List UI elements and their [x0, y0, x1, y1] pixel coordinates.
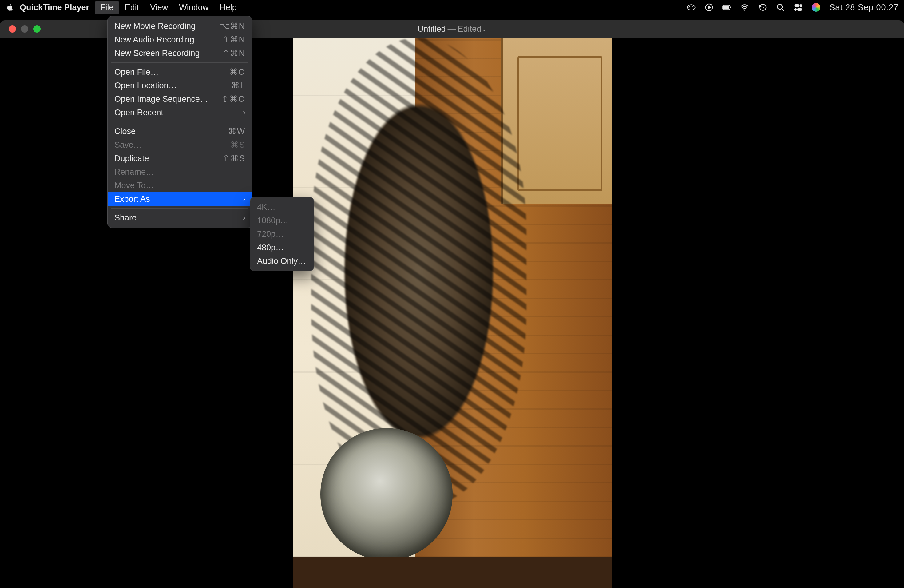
menu-item-shortcut: ⌘L [231, 81, 245, 90]
svg-point-11 [800, 4, 803, 7]
chevron-right-icon: › [243, 108, 245, 117]
file-menu-item[interactable]: Open Image Sequence…⇧⌘O [107, 92, 252, 106]
file-menu-item[interactable]: Open File…⌘O [107, 65, 252, 79]
menu-item-label: Move To… [114, 181, 154, 190]
export-as-submenu: 4K…1080p…720p…480p…Audio Only… [250, 197, 314, 271]
spotlight-icon[interactable] [776, 3, 785, 12]
menu-item-shortcut: ⌘S [230, 140, 245, 150]
video-scene-cat [311, 38, 526, 505]
document-status[interactable]: Edited⌄ [458, 24, 487, 34]
file-menu-item[interactable]: Open Location…⌘L [107, 79, 252, 92]
chevron-right-icon: › [243, 194, 245, 203]
video-frame [293, 38, 612, 588]
file-menu-item[interactable]: Export As› [107, 192, 252, 206]
menu-item-label: Save… [114, 140, 142, 150]
menubar-item-edit[interactable]: Edit [119, 1, 145, 14]
menu-item-label: New Movie Recording [114, 22, 196, 31]
svg-marker-2 [708, 6, 711, 9]
menu-item-label: Open Recent [114, 108, 163, 117]
menubar-clock[interactable]: Sat 28 Sep 00.27 [829, 3, 898, 12]
menu-item-shortcut: ⌃⌘N [222, 48, 246, 58]
menu-item-shortcut: ⇧⌘S [223, 153, 245, 163]
menubar: QuickTime Player File Edit View Window H… [0, 0, 904, 15]
menu-item-label: Open File… [114, 67, 159, 77]
file-menu-item[interactable]: Close⌘W [107, 125, 252, 138]
svg-point-8 [777, 4, 782, 9]
svg-rect-10 [795, 4, 800, 7]
menu-item-label: Close [114, 127, 136, 136]
document-title: Untitled [417, 24, 446, 34]
window-zoom-button[interactable] [33, 25, 41, 33]
export-menu-item[interactable]: Audio Only… [250, 254, 314, 268]
apple-menu-icon[interactable] [6, 3, 15, 12]
menu-item-label: 4K… [257, 202, 275, 212]
menu-separator [111, 208, 248, 209]
menubar-item-view[interactable]: View [144, 1, 174, 14]
file-menu-item[interactable]: Share› [107, 211, 252, 224]
menu-item-shortcut: ⌘W [228, 126, 245, 136]
menu-item-label: Open Location… [114, 81, 177, 90]
video-scene-bowl [321, 428, 453, 560]
menu-item-shortcut: ⇧⌘N [222, 35, 246, 44]
window-close-button[interactable] [9, 25, 16, 33]
menu-item-label: Audio Only… [257, 256, 306, 266]
menu-item-label: Open Image Sequence… [114, 95, 208, 104]
window-minimize-button[interactable] [21, 25, 28, 33]
app-name[interactable]: QuickTime Player [20, 3, 89, 12]
svg-point-0 [687, 5, 695, 10]
menubar-item-window[interactable]: Window [174, 1, 214, 14]
siri-icon[interactable] [811, 3, 821, 12]
menu-separator [111, 62, 248, 63]
menu-item-label: Export As [114, 194, 150, 204]
file-menu-item[interactable]: Duplicate⇧⌘S [107, 152, 252, 165]
video-scene-ledge [293, 557, 612, 588]
menu-item-shortcut: ⌘O [229, 67, 245, 77]
screen-record-icon[interactable] [705, 3, 714, 12]
file-menu-item: Move To… [107, 179, 252, 192]
menu-item-label: 720p… [257, 229, 284, 239]
menu-item-label: Duplicate [114, 154, 149, 163]
menu-item-label: Rename… [114, 167, 154, 177]
file-menu-item[interactable]: New Audio Recording⇧⌘N [107, 33, 252, 46]
svg-rect-12 [797, 8, 802, 11]
svg-point-6 [744, 9, 745, 11]
menu-item-label: New Screen Recording [114, 49, 200, 58]
chevron-right-icon: › [243, 213, 245, 222]
menu-item-label: 480p… [257, 243, 284, 253]
creative-cloud-icon[interactable] [687, 3, 696, 12]
svg-rect-5 [730, 6, 731, 8]
file-menu-item: Rename… [107, 165, 252, 179]
menu-item-label: Share [114, 213, 136, 223]
title-separator: — [447, 24, 456, 34]
export-menu-item: 720p… [250, 227, 314, 241]
menubar-item-file[interactable]: File [95, 1, 119, 14]
menu-item-label: New Audio Recording [114, 35, 194, 44]
export-menu-item: 1080p… [250, 214, 314, 227]
menu-item-label: 1080p… [257, 216, 288, 225]
file-menu-item[interactable]: New Movie Recording⌥⌘N [107, 19, 252, 33]
export-menu-item: 4K… [250, 200, 314, 214]
file-menu-item[interactable]: New Screen Recording⌃⌘N [107, 46, 252, 60]
control-center-icon[interactable] [793, 3, 803, 12]
menu-item-shortcut: ⌥⌘N [220, 21, 246, 31]
battery-icon[interactable] [722, 3, 732, 12]
time-machine-icon[interactable] [758, 3, 767, 12]
menu-item-shortcut: ⇧⌘O [222, 94, 245, 104]
window-title[interactable]: Untitled — Edited⌄ [417, 24, 487, 34]
svg-point-13 [794, 8, 797, 11]
file-menu-item: Save…⌘S [107, 138, 252, 152]
menubar-left: QuickTime Player File Edit View Window H… [6, 1, 242, 14]
svg-line-9 [782, 9, 784, 11]
wifi-icon[interactable] [740, 3, 749, 12]
file-menu-dropdown: New Movie Recording⌥⌘NNew Audio Recordin… [107, 16, 253, 228]
chevron-down-icon: ⌄ [482, 26, 487, 33]
file-menu-item[interactable]: Open Recent› [107, 106, 252, 119]
export-menu-item[interactable]: 480p… [250, 241, 314, 254]
menubar-item-help[interactable]: Help [214, 1, 242, 14]
menubar-right: Sat 28 Sep 00.27 [687, 3, 898, 12]
svg-rect-4 [723, 6, 729, 9]
traffic-lights [0, 25, 41, 33]
